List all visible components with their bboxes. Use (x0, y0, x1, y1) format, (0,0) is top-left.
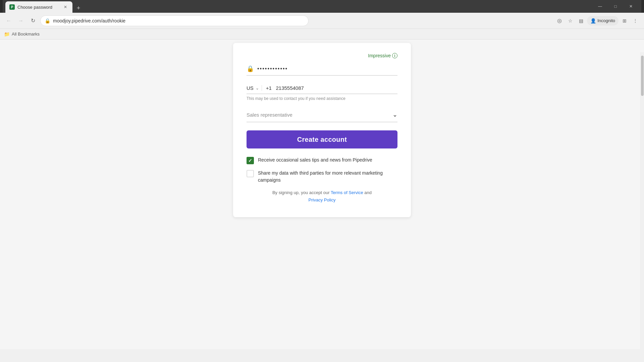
bookmark-star-icon[interactable]: ☆ (566, 16, 575, 25)
extensions-icon[interactable]: ⊞ (620, 16, 629, 25)
scrollbar-track[interactable] (640, 52, 644, 362)
scrollbar-thumb[interactable] (641, 56, 644, 96)
sales-tips-label: Receive occasional sales tips and news f… (258, 157, 372, 164)
address-bar-row: ← → ↻ 🔒 moodjoy.pipedrive.com/auth/rooki… (0, 13, 644, 29)
back-button[interactable]: ← (4, 16, 13, 25)
create-account-button[interactable]: Create account (247, 130, 397, 148)
url-text: moodjoy.pipedrive.com/auth/rookie (53, 18, 125, 23)
menu-icon[interactable]: ⋮ (631, 16, 640, 25)
sidebar-toggle-icon[interactable]: ▤ (576, 16, 586, 25)
data-sharing-checkbox-row: Share my data with third parties for mor… (247, 170, 397, 184)
active-tab[interactable]: P Choose password ✕ (5, 1, 72, 13)
data-sharing-label: Share my data with third parties for mor… (258, 170, 397, 184)
terms-row: By signing up, you accept our Terms of S… (247, 189, 397, 204)
terms-prefix: By signing up, you accept our (272, 190, 330, 195)
password-value[interactable]: •••••••••••• (257, 66, 288, 72)
dropdown-chevron-icon: ⌄ (392, 111, 397, 118)
country-select[interactable]: US ⌄ (247, 85, 262, 91)
phone-input-display: +1 2135554087 (262, 85, 397, 91)
strength-info-icon[interactable]: i (392, 53, 397, 58)
incognito-profile[interactable]: 👤 Incognito (587, 16, 619, 25)
tab-title: Choose password (17, 5, 60, 10)
maximize-button[interactable]: □ (608, 0, 623, 13)
password-input-wrap: 🔒 •••••••••••• (247, 62, 397, 76)
bookmarks-bar: 📁 All Bookmarks (0, 29, 644, 40)
country-code: US (247, 85, 254, 91)
bookmarks-label: All Bookmarks (12, 32, 40, 37)
address-bar[interactable]: 🔒 moodjoy.pipedrive.com/auth/rookie (40, 15, 309, 26)
forward-button[interactable]: → (16, 16, 25, 25)
data-sharing-checkbox[interactable] (247, 170, 254, 177)
toolbar-icons: ◎ ☆ ▤ 👤 Incognito ⊞ ⋮ (555, 16, 640, 25)
password-strength-row: Impressive i (247, 53, 397, 58)
strength-text: Impressive (368, 53, 391, 58)
terms-of-service-link[interactable]: Terms of Service (331, 190, 363, 195)
sales-tips-checkbox-row: ✓ Receive occasional sales tips and news… (247, 157, 397, 164)
phone-hint-text: This may be used to contact you if you n… (247, 96, 397, 101)
tab-close-button[interactable]: ✕ (62, 4, 68, 10)
tab-favicon: P (9, 4, 15, 10)
phone-number[interactable]: 2135554087 (276, 85, 304, 91)
country-chevron-icon: ⌄ (256, 86, 259, 90)
window-controls: — □ ✕ (592, 0, 639, 13)
page-content: Impressive i 🔒 •••••••••••• US ⌄ +1 (0, 40, 644, 349)
phone-code: +1 (266, 85, 272, 91)
new-tab-button[interactable]: + (74, 3, 83, 13)
close-button[interactable]: ✕ (623, 0, 639, 13)
terms-middle: and (364, 190, 372, 195)
minimize-button[interactable]: — (592, 0, 608, 13)
eye-off-icon: ◎ (555, 16, 564, 25)
title-bar: P Choose password ✕ + — □ ✕ (0, 0, 644, 13)
lock-icon: 🔒 (247, 65, 254, 72)
password-field-row: 🔒 •••••••••••• (247, 62, 397, 76)
phone-row: US ⌄ +1 2135554087 (247, 82, 397, 94)
privacy-policy-link[interactable]: Privacy Policy (309, 197, 336, 202)
refresh-button[interactable]: ↻ (28, 16, 38, 25)
form-card: Impressive i 🔒 •••••••••••• US ⌄ +1 (233, 43, 411, 217)
sales-tips-checkbox[interactable]: ✓ (247, 157, 254, 164)
job-placeholder: Sales representative (247, 112, 392, 118)
checkmark-icon: ✓ (248, 158, 252, 163)
job-dropdown[interactable]: Sales representative ⌄ (247, 108, 397, 122)
